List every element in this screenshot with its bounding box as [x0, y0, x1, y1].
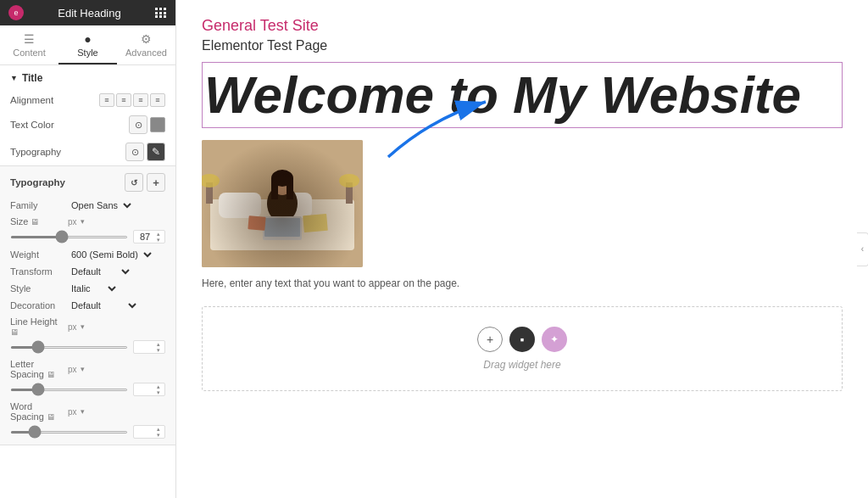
page-title: Elementor Test Page	[202, 38, 843, 53]
style-control: Italic Normal Oblique	[68, 283, 165, 294]
ls-responsive-icon[interactable]: 🖥	[47, 370, 55, 379]
alignment-row: Alignment ≡ ≡ ≡ ≡	[0, 89, 175, 111]
heading-block[interactable]: Welcome to My Website	[202, 62, 843, 128]
family-select[interactable]: Open Sans Arial Roboto	[68, 199, 134, 211]
svg-rect-3	[219, 193, 261, 218]
ws-responsive-icon[interactable]: 🖥	[47, 412, 55, 422]
word-spacing-slider-row: ▴▾	[0, 424, 175, 441]
decoration-control: Default Underline Line-through Overline	[68, 299, 165, 311]
elementor-logo: e	[8, 5, 24, 20]
widget-add-buttons: + ▪ ✦	[477, 327, 567, 352]
svg-point-11	[271, 170, 293, 187]
weight-control: 600 (Semi Bold) 400 (Regular) 700 (Bold)…	[68, 249, 165, 260]
transform-label: Transform	[10, 266, 68, 277]
size-unit-arrow[interactable]: ▾	[81, 217, 85, 226]
lh-unit-arrow[interactable]: ▾	[81, 322, 85, 331]
lh-responsive-icon[interactable]: 🖥	[10, 327, 19, 337]
size-slider-row: 87 ▴ ▾	[0, 229, 175, 246]
title-section-header[interactable]: ▼ Title	[0, 65, 175, 89]
ls-unit-arrow[interactable]: ▾	[81, 365, 85, 373]
style-label: Style	[10, 283, 68, 294]
ws-slider[interactable]	[10, 431, 128, 434]
ls-unit-label[interactable]: px	[68, 365, 77, 374]
weight-select[interactable]: 600 (Semi Bold) 400 (Regular) 700 (Bold)…	[68, 249, 154, 260]
text-color-swatch[interactable]	[150, 117, 165, 132]
lh-slider-wrap	[10, 341, 128, 353]
ws-unit-arrow[interactable]: ▾	[81, 407, 85, 416]
size-responsive-icon[interactable]: 🖥	[31, 217, 39, 227]
sidebar-title: Edit Heading	[58, 7, 120, 20]
typo-add-btn[interactable]: +	[147, 173, 165, 192]
lh-slider[interactable]	[10, 346, 128, 349]
transform-select[interactable]: Default Uppercase Lowercase Capitalize	[68, 266, 132, 277]
tab-advanced[interactable]: ⚙ Advanced	[117, 25, 175, 64]
ws-unit-label[interactable]: px	[68, 407, 77, 417]
typo-panel-actions: ↺ +	[125, 173, 165, 192]
tab-content[interactable]: ☰ Content	[0, 25, 58, 64]
weight-label: Weight	[10, 249, 68, 260]
letter-spacing-label: Letter Spacing 🖥	[10, 359, 68, 379]
svg-point-8	[339, 174, 359, 187]
size-unit-label[interactable]: px	[68, 217, 77, 227]
content-image	[202, 140, 363, 267]
align-left-btn[interactable]: ≡	[99, 93, 114, 107]
svg-rect-13	[287, 178, 293, 199]
style-select[interactable]: Italic Normal Oblique	[68, 283, 119, 294]
add-widget-plus-btn[interactable]: +	[477, 327, 503, 352]
ws-spinner[interactable]: ▴▾	[156, 426, 161, 438]
typography-label: Typography	[10, 147, 125, 157]
grid-menu-icon[interactable]	[155, 8, 167, 18]
text-color-label: Text Color	[10, 120, 129, 130]
family-control: Open Sans Arial Roboto	[68, 199, 165, 211]
add-widget-folder-btn[interactable]: ▪	[509, 327, 535, 352]
svg-rect-16	[303, 214, 328, 232]
size-slider[interactable]	[10, 236, 128, 238]
ls-slider[interactable]	[10, 389, 128, 391]
sidebar-header: e Edit Heading	[0, 0, 175, 25]
svg-rect-12	[271, 178, 278, 199]
add-widget-magic-btn[interactable]: ✦	[542, 327, 567, 352]
ws-input-wrap: ▴▾	[133, 425, 165, 439]
align-center-btn[interactable]: ≡	[116, 93, 131, 107]
decoration-label: Decoration	[10, 300, 68, 311]
align-buttons: ≡ ≡ ≡ ≡	[99, 93, 165, 107]
site-title: General Test Site	[202, 17, 843, 35]
lh-input-wrap: ▴▾	[133, 340, 165, 354]
text-color-controls: ⊙	[129, 115, 165, 134]
typo-decoration-row: Decoration Default Underline Line-throug…	[0, 297, 175, 314]
sidebar-collapse-handle[interactable]: ‹	[857, 232, 868, 266]
body-text: Here, enter any text that you want to ap…	[202, 277, 843, 289]
typo-panel-header: Typography ↺ +	[0, 171, 175, 197]
lh-spinner[interactable]: ▴▾	[156, 341, 161, 353]
align-justify-btn[interactable]: ≡	[150, 93, 165, 107]
size-spinner[interactable]: ▴ ▾	[156, 231, 161, 243]
ls-input[interactable]	[134, 383, 156, 395]
typo-transform-row: Transform Default Uppercase Lowercase Ca…	[0, 263, 175, 280]
text-color-global-btn[interactable]: ⊙	[129, 115, 147, 134]
lh-input[interactable]	[134, 341, 156, 353]
typo-panel-title: Typography	[10, 177, 65, 187]
svg-rect-5	[206, 182, 213, 204]
ls-spinner[interactable]: ▴▾	[156, 383, 161, 395]
ws-input[interactable]	[134, 426, 156, 438]
typo-word-spacing-row: Word Spacing 🖥 px ▾	[0, 399, 175, 424]
letter-spacing-slider-row: ▴▾	[0, 382, 175, 399]
typo-family-row: Family Open Sans Arial Roboto	[0, 197, 175, 214]
lh-unit-label[interactable]: px	[68, 322, 77, 332]
tab-style[interactable]: ● Style	[58, 25, 117, 64]
svg-point-6	[202, 174, 220, 187]
decoration-select[interactable]: Default Underline Line-through Overline	[68, 299, 139, 311]
align-right-btn[interactable]: ≡	[133, 93, 148, 107]
widget-dropzone[interactable]: + ▪ ✦ Drag widget here	[202, 306, 843, 391]
advanced-tab-icon: ⚙	[120, 32, 172, 46]
size-input[interactable]: 87	[134, 231, 156, 243]
typo-reset-btn[interactable]: ↺	[125, 173, 143, 192]
typo-letter-spacing-row: Letter Spacing 🖥 px ▾	[0, 356, 175, 382]
line-height-label: Line Height 🖥	[10, 316, 68, 337]
alignment-label: Alignment	[10, 95, 99, 105]
alignment-controls: ≡ ≡ ≡ ≡	[99, 93, 165, 107]
typography-global-btn[interactable]: ⊙	[125, 143, 144, 161]
typo-style-row: Style Italic Normal Oblique	[0, 280, 175, 297]
typography-edit-btn[interactable]: ✎	[147, 143, 165, 161]
heading-text[interactable]: Welcome to My Website	[204, 66, 840, 124]
